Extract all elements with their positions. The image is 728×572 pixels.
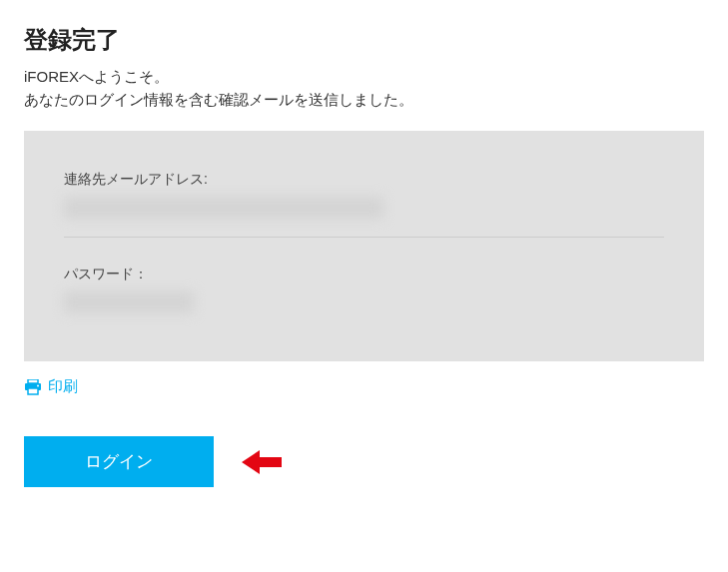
login-info-panel: 連絡先メールアドレス: パスワード：	[24, 131, 704, 361]
welcome-text: iFOREXへようこそ。	[24, 66, 704, 89]
page-title: 登録完了	[24, 24, 704, 56]
email-value-redacted	[64, 197, 383, 219]
email-label: 連絡先メールアドレス:	[64, 171, 664, 189]
password-field-group: パスワード：	[64, 266, 664, 313]
arrow-left-icon	[242, 448, 282, 476]
password-value-redacted	[64, 291, 194, 313]
svg-rect-0	[28, 379, 38, 383]
svg-marker-4	[242, 450, 282, 474]
button-row: ログイン	[24, 436, 704, 487]
svg-point-3	[37, 384, 39, 386]
print-row: 印刷	[24, 377, 704, 396]
login-button[interactable]: ログイン	[24, 436, 214, 487]
svg-rect-2	[28, 388, 38, 394]
confirmation-text: あなたのログイン情報を含む確認メールを送信しました。	[24, 89, 704, 112]
email-field-group: 連絡先メールアドレス:	[64, 171, 664, 219]
password-label: パスワード：	[64, 266, 664, 284]
print-link[interactable]: 印刷	[24, 377, 78, 396]
divider	[64, 237, 664, 238]
printer-icon	[24, 379, 42, 395]
print-label: 印刷	[48, 377, 78, 396]
